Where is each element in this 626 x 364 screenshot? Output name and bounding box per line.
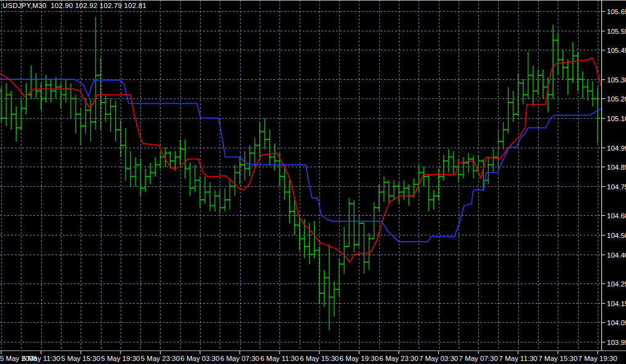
price-axis-label: 105.55 bbox=[607, 28, 626, 35]
price-axis-label: 103.95 bbox=[607, 339, 626, 346]
time-axis-label: 6 May 07:30 bbox=[220, 355, 259, 362]
time-axis-label: 7 May 07:30 bbox=[459, 355, 498, 362]
price-axis-label: 104.50 bbox=[607, 232, 626, 239]
price-axis-label: 105.65 bbox=[607, 8, 626, 15]
time-axis-label: 6 May 11:30 bbox=[260, 355, 299, 362]
price-axis-label: 104.05 bbox=[607, 319, 626, 326]
time-axis-label: 5 May 11:30 bbox=[22, 355, 60, 362]
price-axis-label: 104.25 bbox=[607, 280, 626, 288]
price-axis-label: 104.40 bbox=[607, 251, 626, 259]
time-axis-label: 6 May 19:30 bbox=[340, 355, 379, 362]
price-axis-label: 104.75 bbox=[607, 183, 626, 191]
time-axis-label: 6 May 15:30 bbox=[300, 355, 339, 362]
price-axis-label: 105.20 bbox=[607, 95, 626, 103]
time-axis-label: 7 May 11:30 bbox=[499, 355, 537, 362]
price-axis-label: 105.45 bbox=[607, 47, 626, 54]
grid-layer bbox=[0, 0, 626, 364]
mt4-chart-window: USDJPY,M30 102.90 102.92 102.79 102.81 1… bbox=[0, 0, 626, 364]
time-axis-label: 5 May 15:30 bbox=[62, 355, 100, 362]
time-axis-label: 6 May 03:30 bbox=[180, 355, 219, 362]
time-axis-label: 7 May 19:30 bbox=[578, 355, 617, 362]
chart-title: USDJPY,M30 102.90 102.92 102.79 102.81 bbox=[2, 2, 146, 9]
price-axis-label: 104.95 bbox=[607, 144, 626, 152]
price-axis-label: 104.85 bbox=[607, 164, 626, 171]
time-axis-label: 7 May 03:30 bbox=[419, 355, 458, 362]
price-axis-label: 105.10 bbox=[607, 115, 626, 122]
chart-background bbox=[0, 0, 626, 364]
chart-canvas[interactable]: 105.65105.55105.45105.30105.20105.10104.… bbox=[0, 0, 626, 364]
price-axis-label: 104.60 bbox=[607, 212, 626, 220]
price-axis-label: 104.15 bbox=[607, 300, 626, 307]
time-axis-label: 7 May 15:30 bbox=[539, 355, 577, 362]
price-axis-label: 105.30 bbox=[607, 76, 626, 84]
time-axis-label: 6 May 23:30 bbox=[379, 355, 418, 362]
time-axis-label: 5 May 23:30 bbox=[141, 355, 180, 362]
time-axis-label: 5 May 19:30 bbox=[101, 355, 140, 362]
